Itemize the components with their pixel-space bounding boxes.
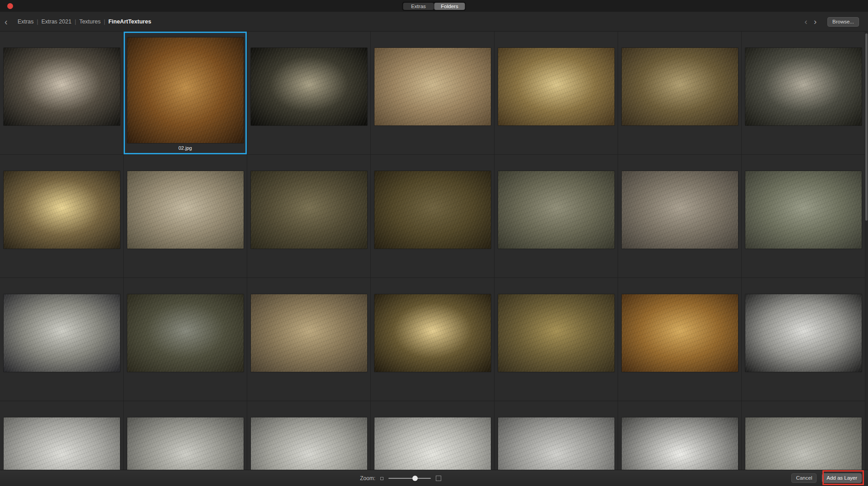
texture-thumbnail-cell[interactable]: 02.jpg — [124, 32, 247, 155]
title-bar: Extras Folders — [0, 0, 868, 12]
texture-thumbnail-cell[interactable] — [371, 278, 494, 401]
zoom-controls: Zoom: — [360, 470, 441, 486]
texture-thumbnail-cell[interactable] — [371, 155, 494, 278]
texture-image[interactable] — [622, 171, 738, 249]
nav-next-icon[interactable]: › — [814, 17, 817, 27]
zoom-in-icon[interactable] — [436, 476, 441, 481]
breadcrumb-item[interactable]: Textures — [76, 19, 104, 25]
history-nav: ‹ › — [804, 12, 817, 32]
texture-image[interactable] — [251, 48, 367, 125]
close-window-button[interactable] — [7, 3, 13, 9]
cancel-button[interactable]: Cancel — [791, 473, 817, 483]
texture-image[interactable] — [622, 48, 738, 125]
texture-thumbnail-cell[interactable] — [0, 401, 124, 470]
texture-image[interactable] — [745, 294, 862, 372]
selected-filename: 02.jpg — [124, 145, 247, 151]
zoom-out-icon[interactable] — [380, 477, 383, 480]
texture-thumbnail-cell[interactable] — [618, 32, 742, 155]
texture-image[interactable] — [251, 171, 367, 249]
add-as-layer-button[interactable]: Add as Layer — [822, 473, 862, 483]
texture-image[interactable] — [498, 294, 614, 372]
texture-image[interactable] — [374, 417, 491, 470]
texture-thumbnail-cell[interactable] — [247, 155, 371, 278]
texture-image[interactable] — [498, 48, 614, 125]
texture-image[interactable] — [745, 417, 862, 470]
texture-thumbnail-cell[interactable] — [124, 155, 247, 278]
texture-thumbnail-cell[interactable] — [494, 32, 618, 155]
texture-image[interactable] — [251, 294, 367, 372]
view-mode-segmented-control: Extras Folders — [402, 2, 466, 11]
texture-image[interactable] — [4, 171, 120, 249]
texture-image[interactable] — [4, 417, 120, 470]
texture-thumbnail-cell[interactable] — [124, 278, 247, 401]
breadcrumb-item[interactable]: Extras — [14, 19, 37, 25]
texture-thumbnail-cell[interactable] — [742, 32, 865, 155]
tab-folders[interactable]: Folders — [434, 3, 465, 10]
texture-image[interactable] — [127, 417, 244, 470]
back-chevron-icon[interactable]: ‹ — [5, 16, 8, 28]
texture-image[interactable] — [498, 171, 614, 249]
texture-thumbnail-cell[interactable] — [247, 401, 371, 470]
browse-button[interactable]: Browse... — [827, 17, 859, 27]
texture-image[interactable] — [4, 294, 120, 372]
texture-image[interactable] — [745, 48, 862, 125]
texture-image[interactable] — [127, 171, 244, 249]
footer-bar: Zoom: Cancel Add as Layer — [0, 470, 868, 486]
breadcrumb-item[interactable]: FineArtTextures — [105, 19, 154, 25]
texture-thumbnail-cell[interactable] — [618, 401, 742, 470]
texture-thumbnail-cell[interactable] — [124, 401, 247, 470]
texture-thumbnail-cell[interactable] — [371, 401, 494, 470]
zoom-label: Zoom: — [360, 475, 375, 481]
footer-buttons: Cancel Add as Layer — [791, 473, 862, 483]
zoom-slider[interactable] — [388, 475, 431, 481]
texture-image[interactable] — [251, 417, 367, 470]
texture-image[interactable] — [498, 417, 614, 470]
texture-image[interactable] — [374, 48, 491, 125]
texture-thumbnail-cell[interactable] — [742, 401, 865, 470]
texture-thumbnail-cell[interactable] — [494, 155, 618, 278]
texture-thumbnail-cell[interactable] — [742, 155, 865, 278]
tab-extras[interactable]: Extras — [403, 3, 434, 10]
texture-thumbnail-cell[interactable] — [494, 401, 618, 470]
path-bar: ‹ Extras|Extras 2021|Textures|FineArtTex… — [0, 12, 868, 32]
texture-thumbnail-cell[interactable] — [247, 278, 371, 401]
texture-image[interactable] — [127, 37, 244, 143]
texture-image[interactable] — [622, 294, 738, 372]
texture-image[interactable] — [127, 294, 244, 372]
texture-grid: 02.jpg — [0, 32, 865, 470]
texture-thumbnail-cell[interactable] — [0, 32, 124, 155]
texture-image[interactable] — [374, 294, 491, 372]
texture-thumbnail-cell[interactable] — [247, 32, 371, 155]
breadcrumb: Extras|Extras 2021|Textures|FineArtTextu… — [14, 12, 154, 32]
texture-thumbnail-cell[interactable] — [371, 32, 494, 155]
zoom-slider-knob[interactable] — [412, 476, 418, 481]
texture-thumbnail-cell[interactable] — [742, 278, 865, 401]
zoom-slider-track — [388, 478, 431, 479]
texture-image[interactable] — [745, 171, 862, 249]
texture-thumbnail-cell[interactable] — [0, 155, 124, 278]
texture-thumbnail-cell[interactable] — [0, 278, 124, 401]
texture-image[interactable] — [4, 48, 120, 125]
texture-image[interactable] — [374, 171, 491, 249]
nav-previous-icon[interactable]: ‹ — [804, 17, 807, 27]
texture-image[interactable] — [622, 417, 738, 470]
texture-thumbnail-cell[interactable] — [618, 155, 742, 278]
vertical-scrollbar[interactable] — [865, 33, 868, 221]
texture-thumbnail-cell[interactable] — [494, 278, 618, 401]
breadcrumb-item[interactable]: Extras 2021 — [38, 19, 75, 25]
texture-thumbnail-cell[interactable] — [618, 278, 742, 401]
